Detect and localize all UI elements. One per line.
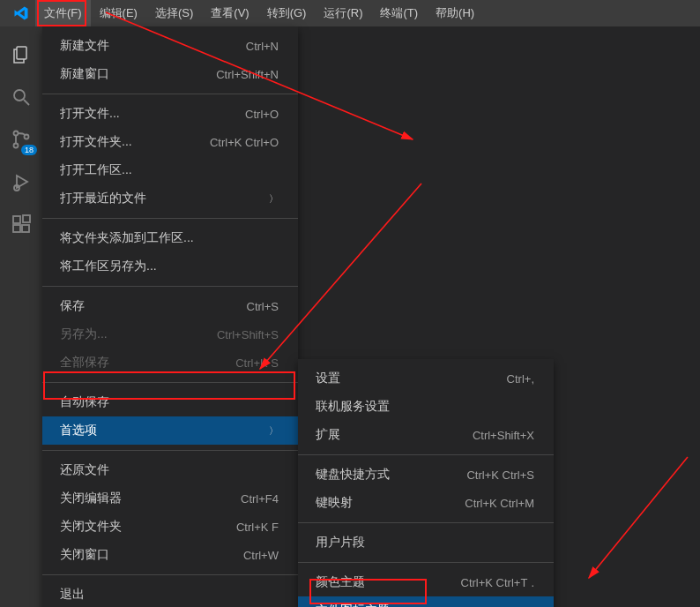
pref-menu-item[interactable]: 设置Ctrl+, — [298, 364, 554, 393]
menu-item-shortcut: Ctrl+F4 — [241, 492, 279, 506]
menu-item-label: 新建窗口 — [60, 66, 109, 82]
menu-item-label: 另存为... — [60, 326, 108, 342]
menu-item-label: 打开最近的文件 — [60, 191, 146, 206]
chevron-right-icon: 〉 — [269, 192, 279, 206]
menu-item[interactable]: 编辑(E) — [91, 0, 146, 26]
svg-rect-10 — [22, 225, 29, 232]
preferences-submenu: 设置Ctrl+,联机服务设置扩展Ctrl+Shift+X键盘快捷方式Ctrl+K… — [298, 359, 554, 607]
explorer-icon[interactable] — [0, 34, 42, 76]
menu-item-shortcut: Ctrl+O — [245, 108, 279, 121]
file-menu-item[interactable]: 将工作区另存为... — [42, 252, 298, 281]
menu-item-shortcut: Ctrl+, — [507, 372, 534, 386]
menu-separator — [42, 94, 298, 94]
pref-menu-item[interactable]: 联机服务设置 — [298, 393, 554, 421]
menu-item-shortcut: Ctrl+Shift+N — [216, 68, 279, 81]
file-menu-item: 另存为...Ctrl+Shift+S — [42, 320, 298, 348]
file-menu-item[interactable]: 首选项〉 — [42, 416, 298, 445]
search-icon[interactable] — [0, 76, 42, 118]
menu-item-shortcut: Ctrl+W — [243, 549, 279, 562]
chevron-right-icon: 〉 — [269, 424, 279, 438]
file-menu-item[interactable]: 自动保存 — [42, 388, 298, 416]
svg-point-1 — [14, 90, 25, 101]
file-menu-item[interactable]: 打开最近的文件〉 — [42, 184, 298, 213]
svg-rect-0 — [17, 47, 26, 59]
file-menu-item[interactable]: 打开文件...Ctrl+O — [42, 100, 298, 128]
menu-separator — [42, 218, 298, 219]
menu-item-label: 保存 — [60, 298, 85, 314]
file-menu-item[interactable]: 关闭文件夹Ctrl+K F — [42, 513, 298, 541]
menu-item-label: 扩展 — [316, 427, 340, 443]
menu-item[interactable]: 选择(S) — [146, 0, 202, 26]
activity-bar: 18 — [0, 26, 42, 607]
file-menu-item[interactable]: 新建文件Ctrl+N — [42, 32, 298, 60]
menu-separator — [42, 382, 298, 383]
menu-item-shortcut: Ctrl+Shift+S — [217, 328, 279, 341]
menu-item-shortcut: Ctrl+K Ctrl+M — [465, 497, 534, 510]
file-menu-item[interactable]: 退出 — [42, 581, 298, 607]
menu-item-label: 用户片段 — [316, 535, 365, 551]
menu-item-label: 还原文件 — [60, 462, 109, 478]
menu-item-shortcut: Ctrl+S — [247, 300, 279, 313]
svg-point-4 — [14, 144, 19, 148]
file-menu-item: 全部保存Ctrl+K S — [42, 348, 298, 377]
pref-menu-item[interactable]: 扩展Ctrl+Shift+X — [298, 421, 554, 449]
app-icon — [7, 0, 35, 26]
menu-item-shortcut: Ctrl+K Ctrl+T. — [461, 576, 534, 589]
pref-menu-item[interactable]: 键盘快捷方式Ctrl+K Ctrl+S — [298, 461, 554, 489]
file-menu-item[interactable]: 将文件夹添加到工作区... — [42, 224, 298, 252]
menu-item-shortcut: Ctrl+N — [246, 40, 279, 53]
file-menu-item[interactable]: 打开文件夹...Ctrl+K Ctrl+O — [42, 128, 298, 156]
menu-item-label: 打开文件夹... — [60, 134, 132, 150]
menu-item-label: 打开文件... — [60, 106, 120, 122]
pref-menu-item[interactable]: 文件图标主题 — [298, 596, 554, 607]
menu-item-label: 关闭窗口 — [60, 547, 109, 563]
menu-item-label: 关闭文件夹 — [60, 519, 122, 535]
svg-line-2 — [24, 100, 29, 105]
menu-item-label: 退出 — [60, 587, 85, 603]
menu-item-label: 全部保存 — [60, 355, 109, 371]
menu-item-label: 联机服务设置 — [316, 399, 390, 415]
menu-item-label: 新建文件 — [60, 38, 109, 54]
menu-separator — [42, 286, 298, 287]
menu-item[interactable]: 转到(G) — [258, 0, 316, 26]
file-menu-item[interactable]: 关闭编辑器Ctrl+F4 — [42, 484, 298, 513]
menu-item-label: 首选项 — [60, 423, 97, 438]
menu-item-label: 颜色主题 — [316, 574, 365, 590]
menu-item[interactable]: 文件(F) — [35, 0, 91, 26]
menu-separator — [42, 450, 298, 451]
menu-item-shortcut: Ctrl+K S — [235, 356, 279, 370]
menu-item[interactable]: 运行(R) — [315, 0, 371, 26]
menu-item[interactable]: 查看(V) — [202, 0, 257, 26]
svg-point-5 — [25, 135, 29, 139]
svg-point-3 — [14, 131, 19, 136]
svg-rect-11 — [23, 215, 30, 222]
extensions-icon[interactable] — [0, 203, 42, 245]
source-control-icon[interactable]: 18 — [0, 118, 42, 161]
menu-item-shortcut: Ctrl+K Ctrl+O — [210, 136, 279, 149]
file-menu-item[interactable]: 新建窗口Ctrl+Shift+N — [42, 60, 298, 88]
pref-menu-item[interactable]: 颜色主题Ctrl+K Ctrl+T. — [298, 568, 554, 596]
menu-bar: 文件(F)编辑(E)选择(S)查看(V)转到(G)运行(R)终端(T)帮助(H) — [0, 0, 700, 26]
menu-separator — [42, 574, 298, 575]
run-debug-icon[interactable] — [0, 161, 42, 203]
menu-item-label: 自动保存 — [60, 394, 109, 410]
pref-menu-item[interactable]: 键映射Ctrl+K Ctrl+M — [298, 489, 554, 517]
file-menu-item[interactable]: 保存Ctrl+S — [42, 292, 298, 320]
svg-rect-8 — [13, 216, 20, 223]
svg-rect-9 — [13, 225, 20, 232]
menu-item-shortcut: Ctrl+K Ctrl+S — [466, 468, 534, 482]
menu-item[interactable]: 帮助(H) — [427, 0, 483, 26]
pref-menu-item[interactable]: 用户片段 — [298, 528, 554, 557]
menu-separator — [298, 522, 554, 523]
scm-badge: 18 — [21, 145, 37, 155]
menu-item-shortcut: Ctrl+Shift+X — [473, 429, 534, 442]
menu-item-label: 将文件夹添加到工作区... — [60, 230, 194, 246]
file-menu-item[interactable]: 还原文件 — [42, 456, 298, 484]
menu-item[interactable]: 终端(T) — [371, 0, 427, 26]
menu-item-label: 将工作区另存为... — [60, 259, 157, 274]
file-menu-item[interactable]: 关闭窗口Ctrl+W — [42, 541, 298, 569]
menu-separator — [298, 454, 554, 455]
menu-item-label: 键映射 — [316, 495, 353, 511]
menu-item-label: 关闭编辑器 — [60, 491, 122, 506]
file-menu-item[interactable]: 打开工作区... — [42, 156, 298, 184]
